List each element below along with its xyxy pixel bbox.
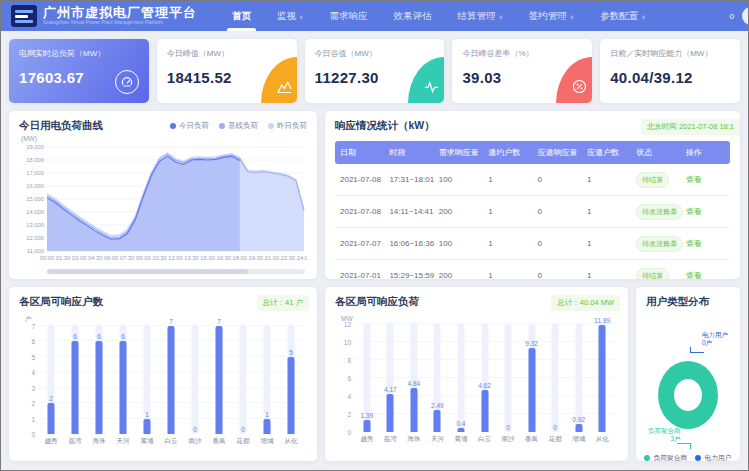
svg-text:09:00: 09:00: [136, 255, 151, 261]
notification-count[interactable]: 0: [730, 12, 734, 21]
kpi-card-realtime-total-load: 电网实时总负荷（MW） 17603.67: [9, 39, 149, 103]
scrollbar-handle[interactable]: [47, 269, 248, 274]
view-link[interactable]: 查看: [686, 207, 702, 216]
svg-text:07:30: 07:30: [120, 255, 135, 261]
svg-text:24:00: 24:00: [297, 255, 307, 261]
svg-text:15,000: 15,000: [26, 196, 44, 202]
gauge-icon: [115, 70, 139, 94]
kpi-row: 电网实时总负荷（MW） 17603.67 今日峰值（MW） 18415.52 今…: [9, 39, 740, 103]
svg-text:17,000: 17,000: [26, 170, 44, 176]
svg-text:21:00: 21:00: [265, 255, 280, 261]
bar-番禺[interactable]: 9.32: [520, 324, 544, 432]
svg-text:12,000: 12,000: [26, 235, 44, 241]
load-curve-title: 今日用电负荷曲线: [19, 119, 103, 133]
view-link[interactable]: 查看: [686, 239, 702, 248]
bar-海珠[interactable]: 4.84: [402, 324, 426, 432]
legend-item[interactable]: 基线负荷: [219, 121, 258, 131]
view-link[interactable]: 查看: [686, 175, 702, 184]
main-nav: 首页监视∨需求响应效果评估结算管理∨签约管理∨参数配置∨: [219, 1, 659, 31]
chart-zoom-scrollbar[interactable]: [47, 269, 305, 274]
nav-item-1[interactable]: 监视∨: [264, 1, 316, 31]
total-load-badge: 总计：40.04 MW: [551, 295, 620, 311]
total-users-badge: 总计：41 户: [257, 295, 309, 311]
kpi-label: 今日峰值（MW）: [167, 48, 287, 59]
chevron-down-icon: ∨: [570, 13, 574, 20]
donut-ring[interactable]: [658, 361, 718, 429]
bar-黄埔[interactable]: 0.4: [449, 324, 473, 432]
nav-item-3[interactable]: 效果评估: [380, 1, 444, 31]
svg-text:22:30: 22:30: [281, 255, 296, 261]
bar-南沙[interactable]: 0: [183, 326, 207, 434]
bar-天河[interactable]: 6: [111, 326, 135, 434]
legend-load-aggregator[interactable]: 负荷聚合商: [644, 453, 687, 461]
column-header: 需求响应量: [434, 141, 483, 164]
svg-text:00:00: 00:00: [40, 255, 55, 261]
bar-白云[interactable]: 7: [159, 326, 183, 434]
district-labels: 越秀荔湾海珠天河黄埔白云南沙番禺花都增城从化: [355, 435, 614, 444]
bar-荔湾[interactable]: 4.17: [379, 324, 403, 432]
user-type-legend: 负荷聚合商 电力用户: [646, 453, 730, 461]
kpi-card-today-peak: 今日峰值（MW） 18415.52: [157, 39, 297, 103]
load-bar-chart: 0246810121.394.174.842.490.44.6209.3200.…: [355, 324, 618, 432]
column-header: 邀约户数: [483, 141, 532, 164]
legend-item[interactable]: 昨日负荷: [268, 121, 307, 131]
nav-item-0[interactable]: 首页: [219, 1, 264, 31]
bar-海珠[interactable]: 6: [87, 326, 111, 434]
bar-番禺[interactable]: 7: [207, 326, 231, 434]
svg-text:03:00: 03:00: [72, 255, 87, 261]
bar-荔湾[interactable]: 6: [63, 326, 87, 434]
kpi-value: 40.04/39.12: [610, 69, 730, 86]
chevron-down-icon: ∨: [299, 13, 303, 20]
kpi-label: 今日峰谷差率（%）: [462, 48, 582, 59]
svg-text:11,000: 11,000: [27, 248, 44, 254]
y-axis-unit: MW: [341, 315, 618, 322]
svg-text:12:00: 12:00: [168, 255, 183, 261]
bar-南沙[interactable]: 0: [496, 324, 520, 432]
bar-增城[interactable]: 1: [255, 326, 279, 434]
chevron-down-icon: ∨: [641, 13, 645, 20]
brand: 广州市虚拟电厂管理平台 Guangzhou Virtual Power Plan…: [43, 6, 197, 26]
kpi-card-peak-valley-rate: 今日峰谷差率（%） 39.03: [452, 39, 592, 103]
bar-越秀[interactable]: 2: [39, 326, 63, 434]
column-header: 状态: [631, 141, 680, 164]
bar-黄埔[interactable]: 1: [135, 326, 159, 434]
load-curve-chart: 11,00012,00013,00014,00015,00016,00017,0…: [19, 142, 307, 262]
kpi-label: 今日谷值（MW）: [315, 48, 435, 59]
nav-item-5[interactable]: 签约管理∨: [516, 1, 587, 31]
svg-text:16:30: 16:30: [216, 255, 231, 261]
beijing-time-badge: 北京时间 2021-07-08 18:1: [641, 119, 740, 135]
bar-花都[interactable]: 0: [543, 324, 567, 432]
bar-花都[interactable]: 0: [231, 326, 255, 434]
legend-item[interactable]: 今日负荷: [170, 121, 209, 131]
bar-白云[interactable]: 4.62: [473, 324, 497, 432]
nav-item-6[interactable]: 参数配置∨: [587, 1, 658, 31]
avatar[interactable]: [742, 7, 749, 25]
header-right: 0: [730, 1, 734, 31]
bar-从化[interactable]: 11.89: [590, 324, 614, 432]
view-link[interactable]: 查看: [686, 271, 702, 279]
callout-power-user: 电力用户 0户: [702, 331, 728, 353]
kpi-label: 电网实时总负荷（MW）: [19, 48, 139, 59]
bar-从化[interactable]: 5: [279, 326, 303, 434]
status-badge: 待结算: [636, 172, 669, 188]
district-labels: 越秀荔湾海珠天河黄埔白云南沙番禺花都增城从化: [39, 437, 303, 446]
nav-item-2[interactable]: 需求响应: [316, 1, 380, 31]
peak-icon: [261, 57, 297, 103]
bar-越秀[interactable]: 1.39: [355, 324, 379, 432]
users-bar-chart: 0123456726661707015: [39, 326, 307, 434]
platform-logo-icon: [11, 5, 37, 27]
column-header: 应邀户数: [582, 141, 631, 164]
svg-text:01:30: 01:30: [56, 255, 71, 261]
response-table: 日期时段需求响应量邀约户数应邀响应量应邀户数状态操作 2021-07-0817:…: [335, 141, 730, 279]
nav-item-4[interactable]: 结算管理∨: [444, 1, 515, 31]
column-header: 时段: [384, 141, 433, 164]
bottom-row: 各区局可响应户数 总计：41 户 户 0123456726661707015 越…: [9, 287, 740, 461]
status-badge: 待结算: [636, 268, 669, 280]
platform-title: 广州市虚拟电厂管理平台: [43, 6, 197, 19]
svg-text:16,000: 16,000: [26, 183, 44, 189]
bar-增城[interactable]: 0.92: [567, 324, 591, 432]
user-type-title: 用户类型分布: [646, 295, 730, 309]
legend-power-user[interactable]: 电力用户: [695, 453, 731, 461]
bar-天河[interactable]: 2.49: [426, 324, 450, 432]
load-curve-panel: 今日用电负荷曲线 今日负荷基线负荷昨日负荷 (MW) 11,00012,0001…: [9, 111, 317, 279]
